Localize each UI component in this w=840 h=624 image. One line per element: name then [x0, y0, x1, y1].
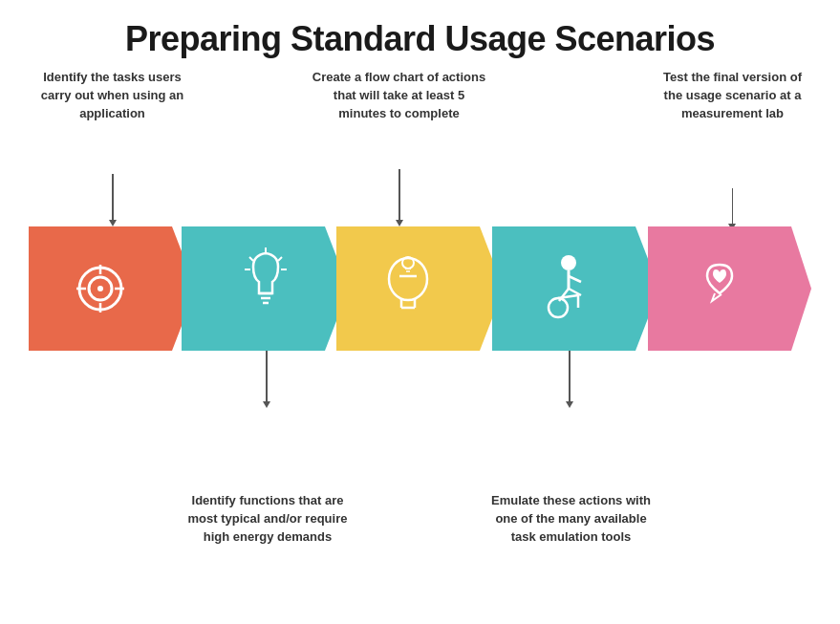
connector-bottom-1: [266, 351, 268, 403]
svg-marker-8: [182, 226, 349, 351]
arrow-down-b2: [566, 401, 573, 408]
arrow-down-b1: [263, 401, 270, 408]
connector-top-3: [732, 188, 734, 226]
top-label-3: Test the final version of the usage scen…: [658, 69, 807, 123]
arrow-down-2: [396, 220, 403, 226]
top-label-2: Create a flow chart of actions that will…: [311, 69, 487, 123]
svg-marker-17: [336, 226, 504, 351]
top-label-1: Identify the tasks users carry out when …: [38, 69, 186, 123]
connector-top-1: [112, 174, 114, 222]
svg-point-27: [561, 255, 576, 270]
chevron-row: [29, 226, 811, 351]
diagram-area: Identify the tasks users carry out when …: [29, 69, 811, 547]
bottom-label-2: Emulate these actions with one of the ma…: [483, 492, 659, 547]
svg-marker-35: [648, 226, 811, 351]
connector-bottom-2: [569, 351, 571, 403]
svg-point-3: [97, 286, 103, 291]
main-container: Preparing Standard Usage Scenarios Ident…: [0, 0, 840, 624]
page-title: Preparing Standard Usage Scenarios: [29, 19, 811, 59]
arrow-down-1: [109, 220, 117, 226]
svg-marker-26: [492, 226, 659, 351]
connector-top-2: [398, 169, 400, 222]
bottom-label-1: Identify functions that are most typical…: [182, 492, 354, 547]
